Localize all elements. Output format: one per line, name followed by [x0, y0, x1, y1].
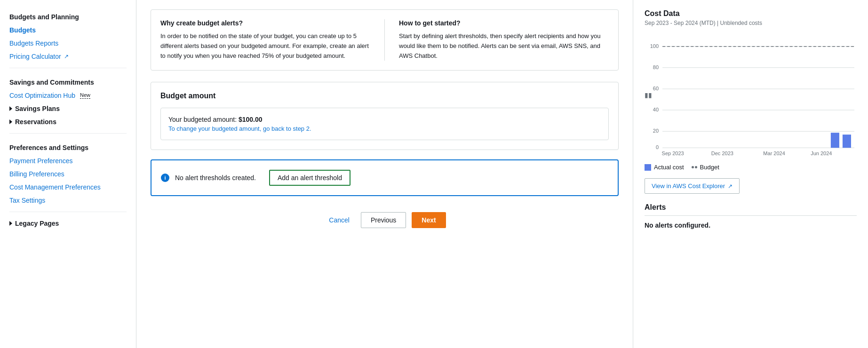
svg-text:80: 80 [653, 64, 659, 70]
no-alerts-configured-label: No alerts configured. [645, 221, 857, 229]
sidebar-budgets-planning-title: Budgets and Planning [0, 8, 136, 24]
chart-container: ▮▮ 100 80 60 40 20 0 Sep 2023 Dec 2023 [645, 34, 857, 156]
sidebar-divider-2 [9, 133, 127, 134]
main-content: Why create budget alerts? In order to be… [136, 0, 633, 348]
how-to-text: Start by defining alert thresholds, then… [399, 32, 609, 61]
svg-text:Mar 2024: Mar 2024 [763, 150, 785, 156]
svg-text:0: 0 [656, 144, 659, 150]
pricing-calculator-label: Pricing Calculator [9, 53, 61, 60]
view-explorer-label: View in AWS Cost Explorer [652, 182, 725, 190]
sidebar-item-reservations[interactable]: Reservations [0, 115, 136, 128]
bar-aug [831, 133, 839, 148]
budgeted-value: $100.00 [239, 116, 263, 123]
svg-text:60: 60 [653, 86, 659, 91]
add-alert-threshold-button[interactable]: Add an alert threshold [269, 170, 350, 186]
bar-sep [843, 134, 851, 148]
cost-data-subtitle: Sep 2023 - Sep 2024 (MTD) | Unblended co… [645, 20, 857, 26]
legend-dot-2 [695, 166, 697, 168]
chevron-right-icon [9, 221, 12, 226]
reservations-label: Reservations [15, 118, 56, 126]
chevron-right-icon [9, 106, 12, 111]
chart-legend: Actual cost Budget [645, 164, 857, 171]
external-link-icon: ↗ [64, 53, 69, 60]
why-create-text: In order to be notified on the state of … [160, 32, 370, 61]
cancel-button[interactable]: Cancel [323, 213, 355, 228]
external-link-icon: ↗ [728, 183, 733, 190]
right-panel: Cost Data Sep 2023 - Sep 2024 (MTD) | Un… [633, 0, 868, 348]
how-to-title: How to get started? [399, 19, 609, 27]
budget-amount-value: Your budgeted amount: $100.00 [168, 116, 601, 123]
svg-text:40: 40 [653, 107, 659, 112]
sidebar-item-pricing-calculator[interactable]: Pricing Calculator ↗ [0, 50, 136, 63]
svg-text:20: 20 [653, 128, 659, 134]
sidebar-divider-1 [9, 68, 127, 68]
svg-text:Sep 2023: Sep 2023 [662, 150, 684, 156]
sidebar-divider-3 [9, 212, 127, 212]
sidebar-item-cost-optimization-hub[interactable]: Cost Optimization Hub New [0, 89, 136, 102]
sidebar-item-payment-preferences[interactable]: Payment Preferences [0, 154, 136, 167]
sidebar-preferences-settings-title: Preferences and Settings [0, 138, 136, 154]
sidebar-item-billing-preferences[interactable]: Billing Preferences [0, 167, 136, 181]
new-badge: New [80, 92, 90, 99]
legend-budget-dots [692, 166, 697, 168]
sidebar-item-budgets-reports[interactable]: Budgets Reports [0, 37, 136, 50]
no-alerts-text: No alert thresholds created. [175, 174, 256, 182]
cost-optimization-hub-label: Cost Optimization Hub [9, 92, 75, 99]
savings-plans-label: Savings Plans [15, 105, 60, 112]
sidebar-item-cost-management-preferences[interactable]: Cost Management Preferences [0, 181, 136, 194]
budgeted-label: Your budgeted amount: [168, 116, 239, 123]
svg-text:Jun 2024: Jun 2024 [811, 150, 832, 156]
alerts-divider [645, 215, 857, 216]
svg-text:Dec 2023: Dec 2023 [711, 150, 733, 156]
next-button[interactable]: Next [412, 212, 446, 228]
sidebar-item-budgets[interactable]: Budgets [0, 24, 136, 37]
legend-actual-cost-label: Actual cost [654, 164, 684, 171]
sidebar-savings-commitments-title: Savings and Commitments [0, 73, 136, 89]
how-to-get-started-box: How to get started? Start by defining al… [399, 19, 609, 61]
cost-chart: 100 80 60 40 20 0 Sep 2023 Dec 2023 Mar … [645, 34, 857, 156]
legend-dot-1 [692, 166, 694, 168]
info-boxes-container: Why create budget alerts? In order to be… [151, 9, 619, 71]
alert-threshold-section: i No alert thresholds created. Add an al… [151, 159, 619, 196]
legend-actual-cost-square [645, 164, 651, 171]
cost-data-title: Cost Data [645, 9, 857, 18]
view-aws-cost-explorer-button[interactable]: View in AWS Cost Explorer ↗ [645, 178, 740, 194]
chevron-right-icon [9, 119, 12, 124]
info-box-divider [384, 19, 385, 61]
legacy-pages-label: Legacy Pages [15, 220, 59, 227]
info-icon: i [161, 174, 169, 182]
sidebar-item-tax-settings[interactable]: Tax Settings [0, 194, 136, 207]
alerts-title: Alerts [645, 203, 857, 212]
budget-amount-title: Budget amount [160, 92, 609, 100]
footer-buttons: Cancel Previous Next [151, 207, 619, 233]
pause-icon: ▮▮ [645, 91, 652, 99]
legend-actual-cost: Actual cost [645, 164, 684, 171]
why-create-alerts-box: Why create budget alerts? In order to be… [160, 19, 370, 61]
budget-change-link[interactable]: To change your budgeted amount, go back … [168, 125, 601, 132]
budget-amount-inner: Your budgeted amount: $100.00 To change … [160, 108, 609, 140]
legend-budget: Budget [692, 164, 719, 171]
sidebar-item-legacy-pages[interactable]: Legacy Pages [0, 217, 136, 230]
why-create-title: Why create budget alerts? [160, 19, 370, 27]
legend-budget-label: Budget [700, 164, 719, 171]
budget-amount-section: Budget amount Your budgeted amount: $100… [151, 82, 619, 150]
svg-text:100: 100 [650, 43, 659, 49]
previous-button[interactable]: Previous [361, 212, 406, 228]
sidebar-item-savings-plans[interactable]: Savings Plans [0, 102, 136, 115]
sidebar: Budgets and Planning Budgets Budgets Rep… [0, 0, 136, 348]
